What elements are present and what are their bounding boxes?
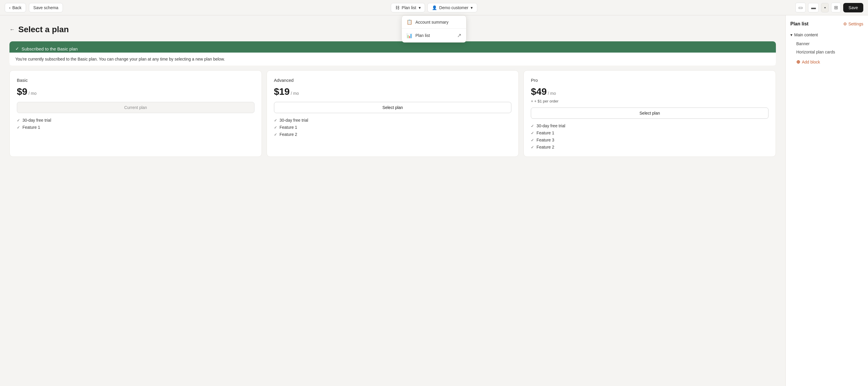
- plan-basic-name: Basic: [17, 78, 254, 83]
- plan-pro-name: Pro: [531, 78, 769, 83]
- content-area: ← Select a plan ✓ Subscribed to the Basi…: [0, 16, 785, 386]
- save-label: Save: [848, 5, 858, 10]
- page-title: Select a plan: [18, 25, 69, 34]
- plan-advanced-features: ✓ 30-day free trial ✓ Feature 1 ✓ Featur…: [274, 118, 512, 137]
- plan-basic-current-button: Current plan: [17, 102, 254, 113]
- settings-label: Settings: [848, 22, 863, 26]
- plan-pro-select-button[interactable]: Select plan: [531, 108, 769, 119]
- desktop-icon: ▪: [824, 5, 826, 10]
- sidebar-title: Plan list: [790, 21, 808, 27]
- plan-advanced-amount: $19: [274, 86, 290, 97]
- right-sidebar: Plan list ⚙ Settings ▾ Main content Bann…: [785, 16, 868, 386]
- desktop-view-button[interactable]: ▪: [821, 3, 829, 12]
- add-block-icon: ⊕: [796, 59, 800, 65]
- dropdown-item-plan-list[interactable]: 📊 Plan list ↗: [402, 29, 466, 42]
- feature-check-icon: ✓: [274, 125, 277, 130]
- plan-basic-price: $9 / mo: [17, 86, 254, 97]
- feature-label: Feature 3: [536, 138, 554, 142]
- sidebar-header: Plan list ⚙ Settings: [790, 21, 863, 27]
- plan-pro-button-label: Select plan: [640, 111, 660, 116]
- sidebar-section-header[interactable]: ▾ Main content: [790, 32, 863, 37]
- plan-card-advanced: Advanced $19 / mo Select plan ✓ 30-day f…: [267, 70, 519, 157]
- feature-label: Feature 2: [280, 132, 297, 137]
- back-label: Back: [12, 5, 22, 10]
- page-header: ← Select a plan: [9, 25, 776, 34]
- feature-check-icon: ✓: [531, 138, 534, 142]
- plan-advanced-price: $19 / mo: [274, 86, 512, 97]
- add-block-label: Add block: [802, 60, 820, 64]
- plan-advanced-name: Advanced: [274, 78, 512, 83]
- chevron-down-icon: ▾: [790, 32, 793, 37]
- banner-body-text: You're currently subscribed to the Basic…: [9, 53, 776, 65]
- plan-pro-feature-2: ✓ Feature 1: [531, 130, 769, 135]
- tablet-icon: ▬: [811, 5, 816, 10]
- feature-label: Feature 1: [280, 125, 297, 130]
- plan-advanced-select-button[interactable]: Select plan: [274, 102, 512, 113]
- plan-basic-amount: $9: [17, 86, 27, 97]
- plan-basic-button-label: Current plan: [124, 105, 147, 110]
- plan-basic-period: / mo: [29, 91, 37, 96]
- feature-check-icon: ✓: [17, 118, 20, 123]
- save-schema-button[interactable]: Save schema: [29, 3, 63, 12]
- feature-label: Feature 1: [536, 130, 554, 135]
- feature-label: Feature 1: [23, 125, 40, 130]
- feature-label: Feature 2: [536, 145, 554, 149]
- cursor-indicator: ↗: [457, 32, 461, 39]
- topbar-center: ⛓ Plan list ▾ 👤 Demo customer ▾: [391, 3, 477, 12]
- plan-basic-feature-2: ✓ Feature 1: [17, 125, 254, 130]
- demo-customer-label: Demo customer: [439, 5, 469, 10]
- plan-advanced-period: / mo: [291, 91, 299, 96]
- plan-list-icon: ⛓: [395, 5, 399, 10]
- plan-list-menu-icon: 📊: [407, 33, 412, 38]
- settings-link[interactable]: ⚙ Settings: [843, 22, 863, 26]
- feature-label: 30-day free trial: [536, 123, 565, 128]
- back-arrow-icon: ‹: [9, 5, 11, 10]
- dropdown-item-account-summary[interactable]: 📋 Account summary: [402, 16, 466, 28]
- subscription-banner: ✓ Subscribed to the Basic plan You're cu…: [9, 41, 776, 65]
- plan-pro-extra: + + $1 per order: [531, 99, 769, 103]
- feature-label: 30-day free trial: [280, 118, 308, 123]
- mobile-view-button[interactable]: ▭: [795, 3, 806, 12]
- tablet-view-button[interactable]: ▬: [808, 3, 819, 12]
- banner-header-text: Subscribed to the Basic plan: [22, 47, 78, 51]
- plan-pro-price: $49 / mo: [531, 86, 769, 97]
- customer-chevron-icon: ▾: [471, 5, 473, 10]
- topbar: ‹ Back Save schema ⛓ Plan list ▾ 👤 Demo …: [0, 0, 868, 16]
- plan-basic-feature-1: ✓ 30-day free trial: [17, 118, 254, 123]
- plan-list-dropdown[interactable]: ⛓ Plan list ▾: [391, 3, 425, 12]
- account-summary-label: Account summary: [415, 20, 448, 25]
- save-button[interactable]: Save: [843, 3, 863, 12]
- plan-basic-features: ✓ 30-day free trial ✓ Feature 1: [17, 118, 254, 130]
- page-back-arrow[interactable]: ←: [9, 27, 15, 33]
- split-view-button[interactable]: ⊞: [831, 3, 841, 12]
- plan-list-menu-label: Plan list: [415, 33, 430, 38]
- feature-check-icon: ✓: [274, 118, 277, 123]
- sidebar-main-content-section: ▾ Main content Banner Horizontal plan ca…: [790, 32, 863, 66]
- add-block-button[interactable]: ⊕ Add block: [790, 57, 863, 66]
- feature-label: 30-day free trial: [23, 118, 51, 123]
- plan-card-pro: Pro $49 / mo + + $1 per order Select pla…: [523, 70, 776, 157]
- save-schema-label: Save schema: [33, 5, 58, 10]
- main-layout: ← Select a plan ✓ Subscribed to the Basi…: [0, 16, 868, 386]
- back-button[interactable]: ‹ Back: [5, 3, 26, 12]
- feature-check-icon: ✓: [531, 124, 534, 128]
- plan-advanced-feature-1: ✓ 30-day free trial: [274, 118, 512, 123]
- sidebar-item-banner[interactable]: Banner: [790, 39, 863, 48]
- settings-gear-icon: ⚙: [843, 22, 847, 26]
- plan-cards-container: Basic $9 / mo Current plan ✓ 30-day free…: [9, 70, 776, 157]
- plan-pro-feature-1: ✓ 30-day free trial: [531, 123, 769, 128]
- topbar-right: ▭ ▬ ▪ ⊞ Save: [795, 3, 863, 12]
- sidebar-section-label: Main content: [794, 32, 818, 37]
- plan-pro-period: / mo: [548, 91, 556, 96]
- plus-icon: +: [531, 99, 533, 103]
- plan-list-label: Plan list: [402, 5, 416, 10]
- split-icon: ⊞: [834, 5, 838, 10]
- feature-check-icon: ✓: [531, 131, 534, 135]
- plan-pro-extra-text: + $1 per order: [534, 99, 559, 103]
- sidebar-item-horizontal-plan-cards[interactable]: Horizontal plan cards: [790, 48, 863, 56]
- account-summary-icon: 📋: [407, 19, 412, 25]
- plan-list-dropdown-menu: 📋 Account summary 📊 Plan list ↗: [402, 16, 466, 42]
- demo-customer-dropdown[interactable]: 👤 Demo customer ▾: [428, 3, 477, 12]
- check-circle-icon: ✓: [16, 46, 19, 51]
- plan-pro-feature-3: ✓ Feature 3: [531, 138, 769, 142]
